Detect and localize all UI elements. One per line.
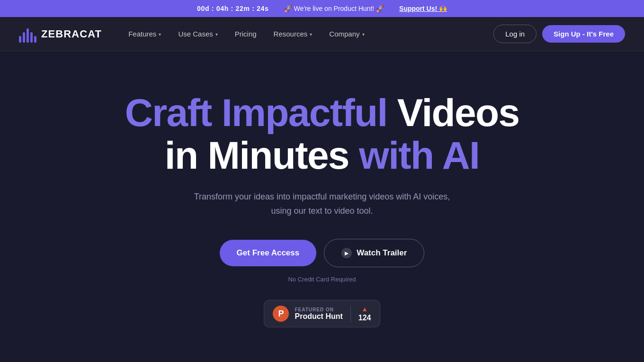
navbar-right: Log in Sign Up - It's Free <box>493 25 625 43</box>
announcement-bar: 00d : 04h : 22m : 24s 🚀 We're live on Pr… <box>0 0 644 17</box>
hero-buttons: Get Free Access ▶ Watch Trailer <box>220 239 425 267</box>
no-credit-text: No Credit Card Required <box>288 276 356 283</box>
watch-trailer-label: Watch Trailer <box>357 248 407 258</box>
logo-bar-4 <box>30 32 33 43</box>
hero-title-white-minutes: in Minutes <box>165 134 349 177</box>
nav-item-pricing[interactable]: Pricing <box>227 26 264 42</box>
nav-label-resources: Resources <box>274 30 308 38</box>
product-hunt-badge[interactable]: P FEATURED ON Product Hunt ▲ 124 <box>264 300 380 327</box>
navbar-left: ZEBRACAT Features ▾ Use Cases ▾ Pricing … <box>19 26 372 43</box>
signup-button[interactable]: Sign Up - It's Free <box>542 25 625 43</box>
nav-item-resources[interactable]: Resources ▾ <box>266 26 320 42</box>
product-hunt-text: FEATURED ON Product Hunt <box>295 307 342 321</box>
countdown-timer: 00d : 04h : 22m : 24s <box>197 5 269 12</box>
logo[interactable]: ZEBRACAT <box>19 26 102 43</box>
nav-label-features: Features <box>128 30 156 38</box>
nav-item-company[interactable]: Company ▾ <box>322 26 372 42</box>
hero-title-purple-2: with AI <box>359 134 479 177</box>
ph-product-name: Product Hunt <box>295 312 342 321</box>
navbar: ZEBRACAT Features ▾ Use Cases ▾ Pricing … <box>0 17 644 51</box>
chevron-down-icon: ▾ <box>310 32 312 37</box>
ph-upvote-count: 124 <box>358 314 371 322</box>
logo-bar-3 <box>27 28 29 43</box>
chevron-down-icon: ▾ <box>159 32 161 37</box>
chevron-down-icon: ▾ <box>362 32 365 37</box>
logo-text: ZEBRACAT <box>41 28 102 40</box>
ph-upvote[interactable]: ▲ 124 <box>358 305 371 322</box>
nav-item-usecases[interactable]: Use Cases ▾ <box>170 26 225 42</box>
logo-bar-5 <box>34 36 36 43</box>
chevron-down-icon: ▾ <box>215 32 218 37</box>
get-free-access-button[interactable]: Get Free Access <box>220 240 317 266</box>
nav-label-company: Company <box>329 30 359 38</box>
logo-icon <box>19 26 36 43</box>
hero-subtitle: Transform your ideas into impactful mark… <box>189 190 455 218</box>
hero-title: Craft Impactful Videos in Minutes with A… <box>125 91 519 177</box>
login-button[interactable]: Log in <box>493 25 537 43</box>
hero-title-white-videos: Videos <box>397 91 519 134</box>
navbar-nav: Features ▾ Use Cases ▾ Pricing Resources… <box>121 26 372 42</box>
nav-label-usecases: Use Cases <box>178 30 213 38</box>
nav-label-pricing: Pricing <box>235 30 257 38</box>
hero-section: Craft Impactful Videos in Minutes with A… <box>0 51 644 358</box>
ph-divider <box>350 305 351 322</box>
watch-trailer-button[interactable]: ▶ Watch Trailer <box>324 239 424 267</box>
logo-bar-2 <box>23 32 25 43</box>
support-link[interactable]: Support Us! 🙌 <box>399 5 447 12</box>
product-hunt-logo: P <box>273 306 289 322</box>
logo-bar-1 <box>19 36 21 43</box>
play-icon: ▶ <box>341 248 352 258</box>
upvote-arrow-icon: ▲ <box>361 305 368 313</box>
live-text: 🚀 We're live on Product Hunt! 🚀 <box>284 5 385 12</box>
ph-featured-label: FEATURED ON <box>295 307 333 312</box>
nav-item-features[interactable]: Features ▾ <box>121 26 169 42</box>
hero-title-purple-1: Craft Impactful <box>125 91 387 134</box>
